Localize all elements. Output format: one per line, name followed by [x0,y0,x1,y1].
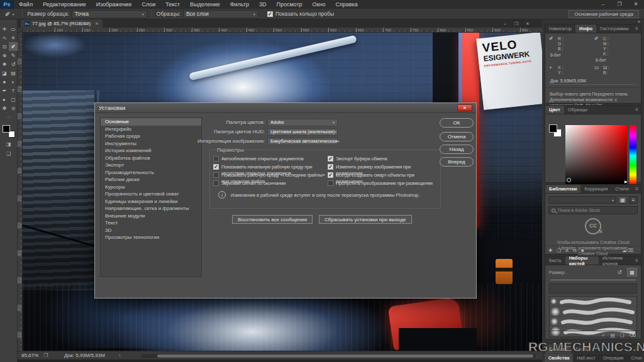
dialog-next-button[interactable]: Вперед [440,157,474,167]
more-tools-icon[interactable]: ⋯ [0,115,17,120]
marquee-tool[interactable]: ▭ [9,25,18,33]
library-tool-icon[interactable]: ■ [581,248,584,253]
move-tool[interactable]: ✛ [0,25,9,33]
minimize-button[interactable]: – [595,0,611,9]
chevron-down-icon[interactable]: ▾ [12,12,14,16]
preferences-section[interactable]: История изменений [101,147,201,155]
dialog-checkbox[interactable]: Звуковой сигнал по окончании [213,180,326,187]
menu-item[interactable]: Справка [330,0,362,9]
preferences-section[interactable]: Единицы измерения и линейки [101,198,201,206]
menu-item[interactable]: Выделение [185,0,225,9]
horizontal-scrollbar[interactable] [141,354,536,358]
dock-tab[interactable]: Слои [627,354,644,362]
lasso-tool[interactable]: ∿ [0,33,9,42]
text-tool[interactable]: T [9,86,18,95]
zoom-tool[interactable]: ⊙ [9,104,18,112]
gradient-tool[interactable]: ▤ [9,69,18,77]
list-view-icon[interactable]: ≡ [629,196,638,204]
preferences-section[interactable]: Текст [101,219,201,227]
panel-tab[interactable]: Образцы [564,106,592,114]
crop-tool[interactable]: ⊡ [0,42,9,51]
panel-tab[interactable]: Библиотеки [545,185,580,193]
dialog-checkbox[interactable]: ✓ Экспорт буфера обмена [328,156,438,162]
panel-tab[interactable]: Стили [611,185,633,193]
menu-item[interactable]: Фильтр [225,0,254,9]
panel-tab[interactable]: Гистограммы [596,25,633,33]
panel-tab[interactable]: Источник клонов [599,256,633,265]
panel-tab[interactable]: Инфо [575,25,596,33]
preferences-section[interactable]: Направляющие, сетка и фрагменты [101,205,201,212]
brush-preset-row[interactable] [550,297,636,307]
brush-bar-icon[interactable]: ▤ [611,332,615,338]
preferences-section[interactable]: Прозрачность и цветовой охват [101,190,201,198]
dock-tab[interactable]: Операции [599,354,628,362]
hue-slider[interactable] [630,125,636,184]
library-tool-icon[interactable]: A [565,248,569,253]
preferences-section[interactable]: Просмотры технологии [101,234,201,241]
field-select[interactable]: Adobe▾ [267,119,338,126]
library-tool-icon[interactable]: ❏ [557,248,561,253]
field-select[interactable]: Бикубическая автоматическая▾ [267,138,338,145]
preferences-section[interactable]: Курсоры [101,184,201,191]
preferences-section[interactable]: Обработка файлов [101,155,201,162]
dialog-title-bar[interactable]: Установки ✕ [95,103,476,113]
reset-icon[interactable]: ↺ [617,269,622,275]
quick-mask-icon[interactable]: ◨ [0,141,17,147]
menu-item[interactable]: Редактирование [38,0,91,9]
saturation-brightness-field[interactable] [565,125,627,184]
panel-tab[interactable]: Коррекция [580,185,611,193]
preferences-section[interactable]: Экспорт [101,162,201,169]
library-select[interactable]: ▾ [548,196,616,204]
panel-menu-icon[interactable]: ≡ [633,256,641,265]
preferences-section[interactable]: Рабочая среда [101,133,201,140]
eyedropper-icon[interactable]: ✐ [5,11,10,18]
panel-tab[interactable]: Навигатор [545,25,575,33]
samples-select[interactable]: Все слои▾ [183,10,258,18]
dialog-close-button[interactable]: ✕ [457,104,472,111]
menu-item[interactable]: Слои [136,0,160,9]
status-doc-icon[interactable]: ❐ [43,353,48,358]
preferences-section[interactable]: Внешние модули [101,212,201,220]
foreground-color-swatch[interactable] [3,125,10,133]
panel-tab[interactable]: Кисть [545,256,565,265]
screen-mode-icon[interactable]: ❏ [0,151,17,156]
document-tab[interactable]: Ps 77.jpg @ 85,7% (RGB/8#) ✕ [21,19,103,28]
history-brush-tool[interactable]: ↺ [9,60,18,69]
stamp-tool[interactable]: ❖ [0,60,9,69]
collapse-panels-icon[interactable]: » [638,19,640,24]
status-chevron-icon[interactable]: › [119,353,121,358]
dodge-tool[interactable]: ◐ [9,77,18,86]
hand-tool[interactable]: ✥ [0,104,9,112]
dock-tab[interactable]: Наб.инст [573,354,599,362]
library-tool-icon[interactable]: fx [573,248,577,253]
preferences-section[interactable]: Производительность [101,169,201,177]
trash-icon[interactable]: ⌫ [626,248,633,253]
doc-close-button[interactable]: ✕ [522,19,533,28]
library-tool-icon[interactable]: ✚ [548,248,552,253]
brush-bar-icon[interactable]: ❏ [620,332,625,338]
scrollbar-thumb[interactable] [157,354,533,358]
library-search-input[interactable]: Поиск в Adobe Stock [548,206,638,214]
dialog-checkbox[interactable]: Автообновление открытых документов [213,156,326,162]
brush-bar-icon[interactable]: ✓ [601,332,605,338]
sample-size-select[interactable]: Точка▾ [72,10,147,18]
brush-size-slider[interactable] [550,280,636,280]
zoom-level-field[interactable]: 85,67% [21,353,38,358]
foreground-color-swatch[interactable] [549,124,557,133]
brush-preview-button[interactable]: ▦ [627,268,637,277]
doc-restore-button[interactable]: ❐ [511,19,522,28]
preferences-section[interactable]: 3D [101,227,201,234]
dialog-back-button[interactable]: Назад [440,145,474,154]
grid-view-icon[interactable]: ▦ [618,196,627,204]
panel-tab[interactable]: Наборы кистей [565,256,599,265]
tab-close-icon[interactable]: ✕ [95,21,99,26]
healing-tool[interactable]: ⊕ [0,51,9,60]
quick-select-tool[interactable]: ✳ [9,33,18,42]
dialog-checkbox[interactable]: Пропустить преобразование при размещении [328,180,438,187]
preferences-section[interactable]: Интерфейс [101,126,201,133]
shape-tool[interactable]: ▢ [9,95,18,104]
preferences-section[interactable]: Основные [101,118,201,126]
eyedropper-tool[interactable]: ✐ [9,42,18,51]
menu-item[interactable]: Текст [160,0,185,9]
restore-button[interactable]: ❐ [611,0,628,9]
